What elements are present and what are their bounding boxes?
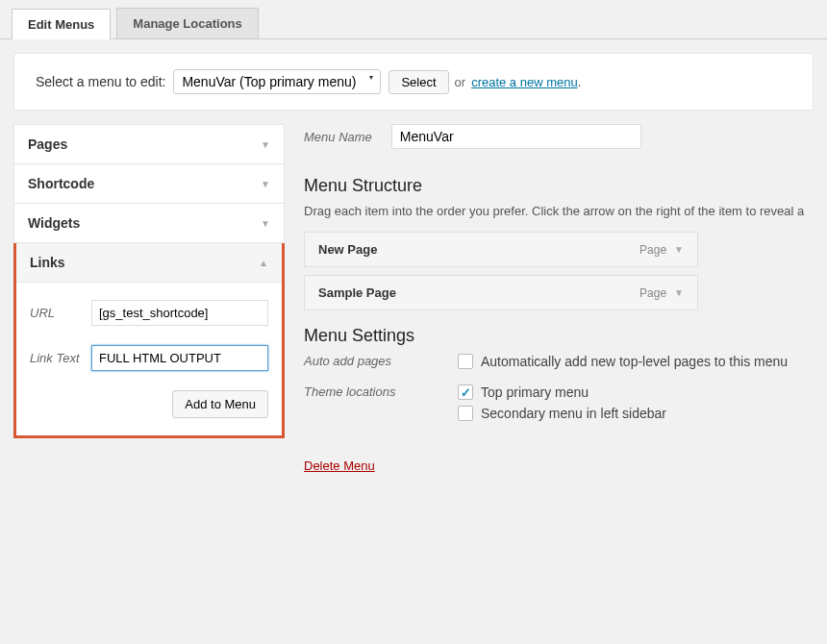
chevron-down-icon[interactable]: ▼ xyxy=(674,244,684,255)
chevron-down-icon: ▼ xyxy=(261,218,270,229)
panel-links-header[interactable]: Links ▲ xyxy=(16,243,282,283)
menu-item-type: Page xyxy=(639,243,666,257)
menu-item[interactable]: Sample Page Page ▼ xyxy=(304,275,698,310)
panel-widgets-title: Widgets xyxy=(28,215,80,231)
panel-links-title: Links xyxy=(30,255,65,270)
chevron-down-icon[interactable]: ▼ xyxy=(674,287,684,298)
menu-item-name: Sample Page xyxy=(318,285,396,300)
panel-pages: Pages ▼ xyxy=(13,124,285,164)
tab-manage-locations[interactable]: Manage Locations xyxy=(116,8,258,38)
linktext-input[interactable] xyxy=(91,345,268,371)
divider xyxy=(304,442,814,443)
select-button[interactable]: Select xyxy=(388,70,448,94)
panel-links: Links ▲ URL Link Text Add to Menu xyxy=(13,243,285,438)
panel-shortcode: Shortcode ▼ xyxy=(13,164,285,204)
panel-shortcode-title: Shortcode xyxy=(28,176,94,191)
chevron-up-icon: ▲ xyxy=(259,258,268,268)
menu-item-name: New Page xyxy=(318,242,377,257)
panel-widgets-header[interactable]: Widgets ▼ xyxy=(14,204,284,242)
theme-loc-primary-checkbox[interactable] xyxy=(458,384,473,400)
menu-item-type: Page xyxy=(639,286,666,300)
auto-add-option-label: Automatically add new top-level pages to… xyxy=(481,354,788,369)
menu-name-label: Menu Name xyxy=(304,130,372,144)
panel-shortcode-header[interactable]: Shortcode ▼ xyxy=(14,164,284,203)
menu-item[interactable]: New Page Page ▼ xyxy=(304,232,698,267)
menu-structure-heading: Menu Structure xyxy=(304,176,814,196)
create-new-menu-link[interactable]: create a new menu xyxy=(471,75,578,89)
theme-loc-primary-label: Top primary menu xyxy=(481,384,589,400)
url-input[interactable] xyxy=(91,300,268,326)
chevron-down-icon: ▼ xyxy=(261,179,270,189)
select-menu-label: Select a menu to edit: xyxy=(36,74,165,89)
select-menu-dropdown[interactable]: MenuVar (Top primary menu) xyxy=(173,69,381,94)
menu-settings-heading: Menu Settings xyxy=(304,326,814,346)
theme-locations-label: Theme locations xyxy=(304,384,458,427)
panel-widgets: Widgets ▼ xyxy=(13,204,285,243)
or-text: or xyxy=(455,75,466,89)
chevron-down-icon: ▼ xyxy=(261,139,270,150)
auto-add-checkbox[interactable] xyxy=(458,354,473,369)
menu-name-input[interactable] xyxy=(391,124,641,149)
theme-loc-secondary-checkbox[interactable] xyxy=(458,406,473,421)
tab-edit-menus[interactable]: Edit Menus xyxy=(12,9,111,39)
delete-menu-link[interactable]: Delete Menu xyxy=(304,458,375,473)
panel-pages-header[interactable]: Pages ▼ xyxy=(14,125,284,163)
panel-pages-title: Pages xyxy=(28,136,67,152)
tabs-bar: Edit Menus Manage Locations xyxy=(0,0,827,39)
url-label: URL xyxy=(30,306,91,320)
theme-loc-secondary-label: Secondary menu in left sidebar xyxy=(481,406,666,421)
linktext-label: Link Text xyxy=(30,351,91,365)
menu-structure-desc: Drag each item into the order you prefer… xyxy=(304,204,814,218)
auto-add-label: Auto add pages xyxy=(304,354,458,375)
add-to-menu-button[interactable]: Add to Menu xyxy=(172,390,268,418)
select-menu-row: Select a menu to edit: MenuVar (Top prim… xyxy=(13,53,814,111)
